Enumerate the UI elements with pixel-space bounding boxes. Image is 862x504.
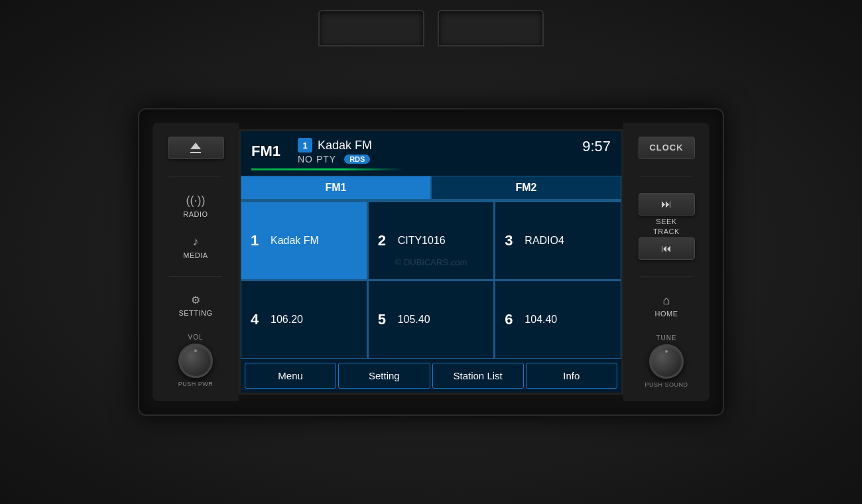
station-cell-2[interactable]: 2 CITY1016 [368,202,495,280]
clock-label[interactable]: CLOCK [639,137,695,159]
cell-number-6: 6 [505,311,517,328]
cell-name-1: Kadak FM [271,235,319,247]
clock-button[interactable]: CLOCK [635,137,698,159]
right-panel: CLOCK ⏭ SEEK TRACK ⏮ ⌂ HOME [623,123,709,401]
vent-area [265,0,597,53]
info-button[interactable]: Info [526,363,617,389]
divider-1 [169,176,222,176]
screen: FM1 1 Kadak FM NO PTY RDS 9:57 [241,131,621,393]
divider-2 [169,276,222,277]
clock-display: 9:57 [582,138,611,155]
setting-label: SETTING [178,309,212,317]
divider-right-1 [640,176,693,176]
seek-back-button[interactable]: ⏮ [639,237,695,260]
seek-track-group: ⏭ SEEK TRACK ⏮ [639,193,695,260]
cell-name-5: 105.40 [398,314,430,326]
screen-wrapper: FM1 1 Kadak FM NO PTY RDS 9:57 [239,129,623,395]
push-pwr-label: PUSH PWR [178,381,214,387]
station-grid: 1 Kadak FM 2 CITY1016 3 RADIO4 4 106.20 [241,201,621,359]
station-name: Kadak FM [318,139,372,153]
setting-button[interactable]: ⚙ SETTING [164,294,227,317]
skip-back-icon: ⏮ [661,243,672,255]
screen-header: FM1 1 Kadak FM NO PTY RDS 9:57 [241,131,621,168]
cell-name-3: RADIO4 [524,235,564,247]
menu-button[interactable]: Menu [245,363,336,389]
station-number-badge: 1 [298,138,312,153]
tune-knob-container: TUNE PUSH SOUND [645,334,688,388]
media-label: MEDIA [183,251,208,259]
media-button[interactable]: ♪ MEDIA [164,235,227,259]
eject-btn-shape[interactable] [168,137,224,159]
seek-forward-button[interactable]: ⏭ [639,193,695,216]
vent-right [438,10,544,46]
tab-bar: FM1 FM2 [241,176,621,201]
tune-label: TUNE [656,334,676,342]
station-cell-1[interactable]: 1 Kadak FM [241,202,367,280]
tune-knob[interactable] [649,344,684,379]
station-cell-6[interactable]: 6 104.40 [495,281,621,359]
no-pty-label: NO PTY [298,154,336,164]
rds-badge: RDS [344,155,370,164]
eject-line-icon [190,152,201,153]
station-cell-4[interactable]: 4 106.20 [241,281,367,359]
eject-triangle-icon [190,143,201,149]
station-cell-3[interactable]: 3 RADIO4 [495,202,621,280]
seek-label: SEEK [656,218,676,225]
left-panel: ((·)) RADIO ♪ MEDIA ⚙ SETTING VOL PUSH P… [153,123,239,401]
radio-icon: ((·)) [186,194,206,208]
vol-label: VOL [188,334,203,341]
push-sound-label: PUSH SOUND [645,381,688,388]
tab-fm2[interactable]: FM2 [431,176,621,200]
track-label: TRACK [653,227,680,235]
vol-knob-container: VOL PUSH PWR [178,334,214,387]
cell-number-1: 1 [251,232,263,249]
eject-button[interactable] [164,137,227,159]
signal-bar [251,168,404,170]
media-icon: ♪ [193,235,199,249]
station-info: 1 Kadak FM NO PTY RDS [291,138,611,164]
cell-number-2: 2 [378,232,390,249]
bottom-buttons: Menu Setting Station List Info [241,359,621,393]
home-icon: ⌂ [663,294,670,308]
station-name-row: 1 Kadak FM [298,138,611,153]
cell-number-4: 4 [251,311,263,328]
cell-number-3: 3 [505,232,517,249]
car-unit: ((·)) RADIO ♪ MEDIA ⚙ SETTING VOL PUSH P… [0,0,862,504]
fm-label: FM1 [251,143,291,160]
cell-name-6: 104.40 [524,314,557,326]
tab-fm1[interactable]: FM1 [241,176,431,200]
setting-icon: ⚙ [191,294,200,306]
home-button[interactable]: ⌂ HOME [635,294,698,318]
cell-number-5: 5 [378,311,390,328]
vol-knob[interactable] [178,344,213,378]
skip-forward-icon: ⏭ [661,198,672,210]
station-list-button[interactable]: Station List [432,363,524,389]
radio-label: RADIO [183,210,208,218]
setting-screen-button[interactable]: Setting [338,363,430,389]
cell-name-2: CITY1016 [398,235,446,247]
divider-right-2 [640,277,693,277]
radio-button[interactable]: ((·)) RADIO [164,194,227,218]
vent-left [318,10,424,46]
cell-name-4: 106.20 [271,314,303,326]
station-sub-row: NO PTY RDS [298,154,611,164]
station-cell-5[interactable]: 5 105.40 [368,281,495,359]
main-unit: ((·)) RADIO ♪ MEDIA ⚙ SETTING VOL PUSH P… [138,108,724,416]
home-label: HOME [655,310,678,318]
